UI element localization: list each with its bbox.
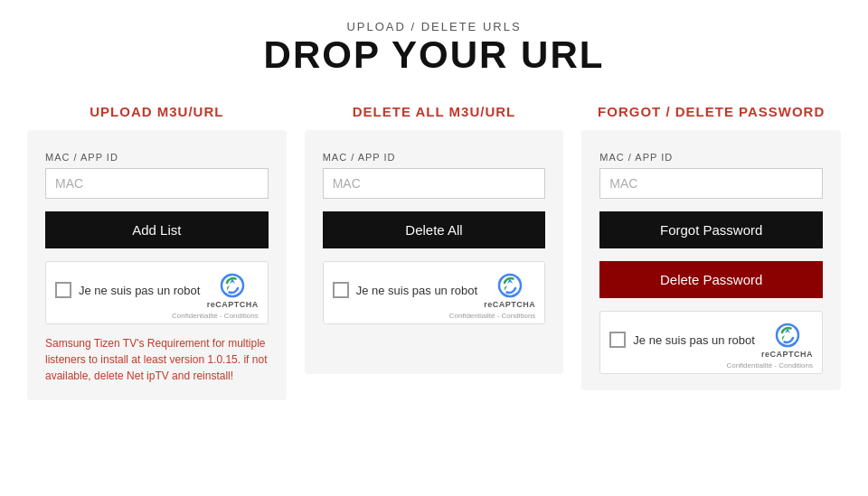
forgot-column: FORGOT / DELETE PASSWORD MAC / APP ID Fo… <box>581 104 841 400</box>
delete-captcha-label: Je ne suis pas un robot <box>356 284 477 297</box>
delete-captcha-branding: reCAPTCHA <box>484 300 535 309</box>
forgot-column-header: FORGOT / DELETE PASSWORD <box>581 104 841 119</box>
page-title: DROP YOUR URL <box>0 33 868 77</box>
forgot-mac-label: MAC / APP ID <box>599 152 823 163</box>
forgot-captcha-checkbox[interactable] <box>609 332 626 348</box>
upload-column-header: UPLOAD M3U/URL <box>27 104 287 119</box>
page-subtitle: UPLOAD / DELETE URLS <box>0 20 868 33</box>
upload-captcha-checkbox[interactable] <box>55 282 71 298</box>
upload-captcha-footer: Confidentialité - Conditions <box>55 312 259 320</box>
upload-captcha-branding: reCAPTCHA <box>207 300 259 309</box>
forgot-mac-input[interactable] <box>599 168 823 199</box>
forgot-captcha-label: Je ne suis pas un robot <box>633 333 754 347</box>
upload-captcha-label: Je ne suis pas un robot <box>79 284 200 297</box>
delete-card: MAC / APP ID Delete All Je ne suis pas u… <box>305 130 564 374</box>
delete-mac-label: MAC / APP ID <box>323 152 546 163</box>
upload-card: MAC / APP ID Add List Je ne suis pas un … <box>27 130 287 400</box>
delete-mac-input[interactable] <box>323 168 546 199</box>
forgot-captcha-box: Je ne suis pas un robot reCAPTCHA Con <box>599 311 823 374</box>
forgot-captcha-branding: reCAPTCHA <box>761 350 813 359</box>
add-list-button[interactable]: Add List <box>45 211 269 248</box>
forgot-captcha-footer: Confidentialité - Conditions <box>609 361 813 370</box>
delete-all-button[interactable]: Delete All <box>323 211 546 248</box>
upload-recaptcha-icon <box>218 271 247 300</box>
upload-column: UPLOAD M3U/URL MAC / APP ID Add List Je … <box>27 104 287 400</box>
page-header: UPLOAD / DELETE URLS DROP YOUR URL <box>0 0 868 86</box>
upload-mac-input[interactable] <box>45 168 269 199</box>
delete-captcha-checkbox[interactable] <box>333 282 349 298</box>
delete-column-header: DELETE ALL M3U/URL <box>305 104 564 119</box>
delete-captcha-box: Je ne suis pas un robot reCAPTCHA Con <box>323 261 546 324</box>
delete-captcha-footer: Confidentialité - Conditions <box>333 312 536 320</box>
delete-recaptcha-icon <box>495 271 524 300</box>
forgot-card: MAC / APP ID Forgot Password Delete Pass… <box>581 130 841 390</box>
forgot-recaptcha-icon <box>773 321 802 350</box>
columns-container: UPLOAD M3U/URL MAC / APP ID Add List Je … <box>0 86 868 427</box>
delete-column: DELETE ALL M3U/URL MAC / APP ID Delete A… <box>305 104 564 400</box>
upload-mac-label: MAC / APP ID <box>45 152 269 163</box>
forgot-password-button[interactable]: Forgot Password <box>599 211 823 248</box>
delete-password-button[interactable]: Delete Password <box>599 261 823 298</box>
upload-captcha-box: Je ne suis pas un robot reCAPTCHA Con <box>45 261 269 324</box>
upload-warning-text: Samsung Tizen TV's Requirement for multi… <box>45 335 269 384</box>
